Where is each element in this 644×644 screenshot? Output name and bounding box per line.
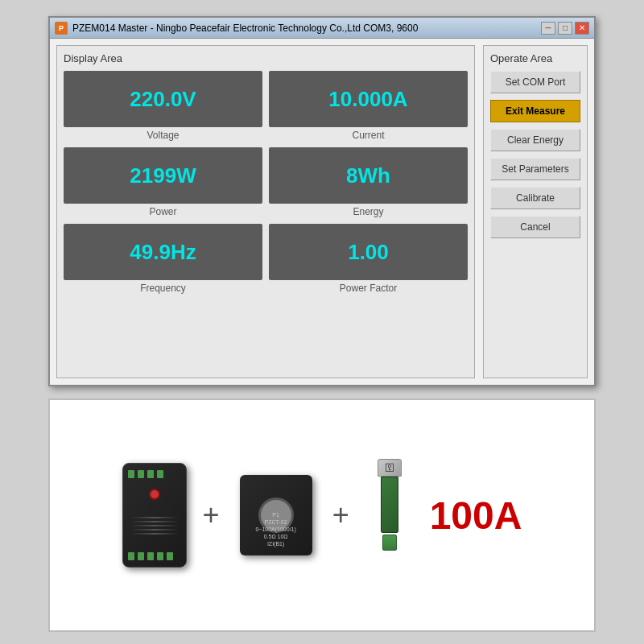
app-window: P PZEM014 Master - Ningbo Peacefair Elec… [48,16,596,386]
metric-value-voltage: 220.0V [130,87,196,112]
capacity-label: 100A [430,493,522,538]
port-b1 [128,552,134,560]
pzem-top-ports [128,470,163,478]
metric-cell-energy: 8Wh Energy [269,147,468,217]
metric-box-power_factor: 1.00 [269,224,468,280]
port-b5 [167,552,173,560]
cancel-button[interactable]: Cancel [490,216,580,238]
metrics-grid: 220.0V Voltage 10.000A Current 2199W Pow… [64,71,468,294]
metric-label-voltage: Voltage [147,130,179,141]
metric-label-power_factor: Power Factor [340,283,397,294]
metric-value-power_factor: 1.00 [348,240,389,265]
metric-box-energy: 8Wh [269,147,468,204]
pzem-bottom-ports [128,552,173,560]
minimize-button[interactable]: ─ [541,22,555,35]
clear-energy-button[interactable]: Clear Energy [490,129,580,151]
display-area-title: Display Area [64,52,468,64]
ct-device: P1PZCT-020~100A(1000/1)0.5Ω 10ΩIZI(B1) [236,471,316,559]
op-buttons: Set COM PortExit MeasureClear EnergySet … [490,71,580,238]
usb-icon: ⚿ [385,462,394,473]
port-b2 [138,552,144,560]
metric-label-power: Power [149,206,176,217]
line-3 [130,525,179,526]
metric-cell-power_factor: 1.00 Power Factor [269,224,468,294]
pzem-module-item [122,463,187,568]
operate-area: Operate Area Set COM PortExit MeasureCle… [483,45,588,378]
metric-value-current: 10.000A [328,87,407,112]
plus-sign-2: + [332,498,349,532]
line-5 [130,533,179,535]
metric-value-power: 2199W [130,163,196,188]
metric-box-power: 2199W [64,147,262,204]
line-1 [130,517,179,518]
port-2 [138,470,144,478]
set-com-port-button[interactable]: Set COM Port [490,71,580,93]
title-bar-text: PZEM014 Master - Ningbo Peacefair Electr… [72,23,541,34]
port-1 [128,470,134,478]
usb-head: ⚿ [378,459,402,477]
hardware-section: + P1PZCT-020~100A(1000/1)0.5Ω 10ΩIZI(B1)… [48,398,596,632]
metric-box-current: 10.000A [269,71,468,127]
ct-item: P1PZCT-020~100A(1000/1)0.5Ω 10ΩIZI(B1) [236,471,316,559]
usb-adapter-item: ⚿ [365,459,414,572]
window-body: Display Area 220.0V Voltage 10.000A Curr… [50,39,594,385]
display-area: Display Area 220.0V Voltage 10.000A Curr… [56,45,475,378]
port-b4 [157,552,163,560]
metric-label-energy: Energy [353,206,383,217]
ct-label-text: P1PZCT-020~100A(1000/1)0.5Ω 10ΩIZI(B1) [240,511,312,547]
metric-value-frequency: 49.9Hz [130,240,196,265]
metric-cell-power: 2199W Power [64,147,262,217]
metric-cell-frequency: 49.9Hz Frequency [64,224,262,294]
port-4 [157,470,163,478]
plus-sign-1: + [203,498,220,532]
metric-box-voltage: 220.0V [64,71,262,127]
close-button[interactable]: ✕ [575,22,589,35]
set-parameters-button[interactable]: Set Parameters [490,158,580,180]
operate-area-title: Operate Area [490,52,580,64]
exit-measure-button[interactable]: Exit Measure [490,100,580,122]
port-3 [147,470,154,478]
metric-cell-voltage: 220.0V Voltage [64,71,262,141]
metric-cell-current: 10.000A Current [269,71,468,141]
window-controls: ─ □ ✕ [541,22,589,35]
line-2 [130,521,179,522]
metric-label-current: Current [352,130,384,141]
ct-body: P1PZCT-020~100A(1000/1)0.5Ω 10ΩIZI(B1) [240,475,312,555]
title-bar: P PZEM014 Master - Ningbo Peacefair Elec… [50,18,594,39]
ct-label: P1PZCT-020~100A(1000/1)0.5Ω 10ΩIZI(B1) [240,511,312,547]
usb-body [381,477,398,533]
maximize-button[interactable]: □ [558,22,572,35]
metric-label-frequency: Frequency [140,283,186,294]
calibrate-button[interactable]: Calibrate [490,187,580,209]
line-4 [130,529,179,530]
metric-value-energy: 8Wh [346,163,390,188]
usb-device: ⚿ [365,459,414,572]
pzem-body [130,510,179,542]
pzem-led [149,489,160,500]
pzem-device [122,463,187,568]
port-b3 [147,552,154,560]
app-icon: P [55,22,68,35]
usb-connector [382,535,397,551]
metric-box-frequency: 49.9Hz [64,224,262,280]
